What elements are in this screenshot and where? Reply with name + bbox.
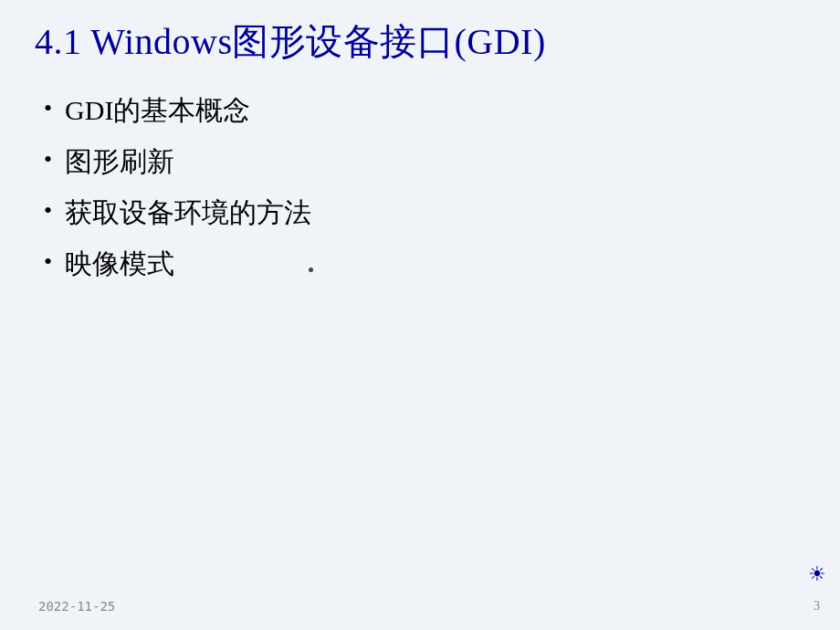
list-item: • GDI的基本概念 (44, 85, 840, 136)
bullet-dot-icon: • (44, 191, 52, 231)
slide-title: 4.1 Windows图形设备接口(GDI) (0, 0, 840, 78)
list-item-label: 图形刷新 (65, 140, 174, 184)
list-item: • 映像模式 (44, 238, 840, 289)
sun-icon: ☀ (808, 562, 826, 586)
list-item-label: 获取设备环境的方法 (65, 191, 311, 235)
bullet-list: • GDI的基本概念 • 图形刷新 • 获取设备环境的方法 • 映像模式 (0, 78, 840, 289)
list-item: • 获取设备环境的方法 (44, 187, 840, 238)
bullet-dot-icon: • (44, 140, 52, 180)
bullet-dot-icon: • (44, 89, 52, 129)
list-item-label: GDI的基本概念 (65, 89, 250, 132)
footer-date: 2022-11-25 (38, 599, 115, 614)
list-item: • 图形刷新 (44, 136, 840, 187)
center-marker-icon (309, 268, 313, 272)
list-item-label: 映像模式 (65, 242, 174, 286)
page-number: 3 (814, 599, 820, 614)
bullet-dot-icon: • (44, 242, 52, 282)
